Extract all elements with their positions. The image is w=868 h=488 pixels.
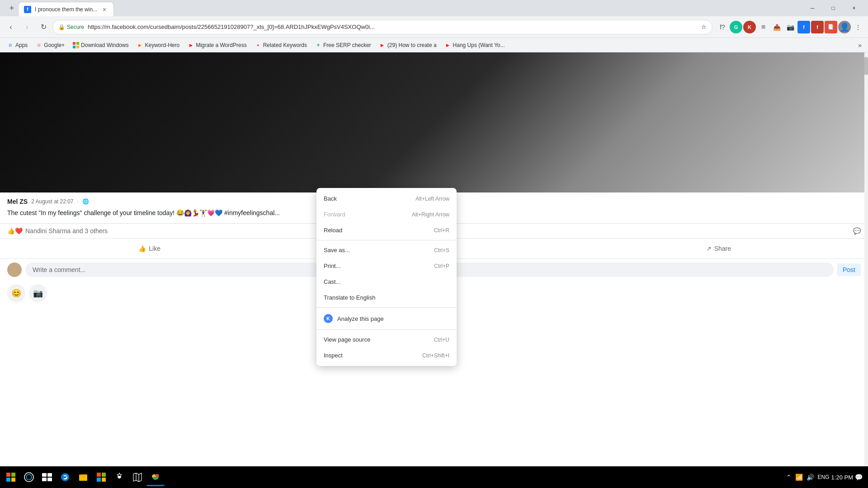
system-clock[interactable]: 1:20 PM [831, 474, 853, 481]
extension4-icon[interactable]: ⊞ [757, 21, 769, 33]
scrollbar-thumb[interactable] [864, 57, 868, 75]
svg-marker-22 [133, 473, 142, 482]
context-menu-print[interactable]: Print... Ctrl+P [316, 258, 457, 274]
bookmark-hang-ups[interactable]: ▶ Hang Ups (Want Yo... [441, 40, 509, 50]
more-bookmarks-button[interactable]: » [855, 40, 864, 51]
context-menu-inspect[interactable]: Inspect Ctrl+Shift+I [316, 347, 457, 363]
context-menu-divider-2 [316, 307, 457, 308]
post-comment-button[interactable]: Post [837, 263, 861, 276]
share-button[interactable]: ↗ Share [576, 241, 861, 256]
tab-favicon: f [24, 6, 31, 13]
svg-rect-7 [11, 478, 15, 482]
maps-taskbar-icon[interactable] [128, 468, 146, 486]
like-button[interactable]: 👍 Like [7, 241, 292, 256]
karma-icon[interactable]: K [743, 21, 756, 33]
svg-rect-5 [11, 473, 15, 477]
camera-button[interactable]: 📷 [29, 284, 47, 302]
serp-favicon: + [315, 42, 321, 48]
extensions-icon[interactable]: f? [716, 21, 729, 33]
back-button[interactable]: ‹ [4, 20, 18, 34]
context-menu-reload[interactable]: Reload Ctrl+R [316, 222, 457, 238]
facebook2-icon[interactable]: f [811, 21, 824, 33]
bookmark-apps[interactable]: ⊞ Apps [4, 40, 31, 50]
context-menu-analyze[interactable]: K Analyze this page [316, 310, 457, 328]
cortana-button[interactable] [20, 468, 38, 486]
context-menu-save[interactable]: Save as... Ctrl+S [316, 242, 457, 258]
inspect-shortcut: Ctrl+Shift+I [422, 352, 449, 359]
window-action-buttons: ─ □ × [802, 0, 864, 16]
migrate-favicon: ▶ [188, 42, 194, 48]
edge-taskbar-icon[interactable] [56, 468, 74, 486]
reactions-text: Nandini Sharma and 3 others [25, 227, 108, 235]
analyze-menu-label: Analyze this page [337, 315, 384, 322]
extension5-icon[interactable]: 📤 [770, 21, 783, 33]
bookmark-migrate-wordpress[interactable]: ▶ Migrate a WordPress [184, 40, 250, 50]
bookmark-googleplus[interactable]: G Google+ [32, 40, 68, 50]
maximize-button[interactable]: □ [823, 0, 844, 16]
bookmark-serp-label: Free SERP checker [323, 42, 371, 48]
secure-label: Secure [67, 24, 84, 30]
facebook-icon[interactable]: f [797, 21, 810, 33]
screenshot-icon[interactable]: 📷 [784, 21, 797, 33]
bookmark-serp-checker[interactable]: + Free SERP checker [311, 40, 375, 50]
bookmark-keyword-hero-label: Keyword-Hero [145, 42, 179, 48]
store-taskbar-icon[interactable] [92, 468, 110, 486]
address-text: https://m.facebook.com/cursedbaim/posts/… [88, 23, 698, 30]
svg-rect-14 [79, 474, 87, 481]
context-menu-cast[interactable]: Cast... [316, 274, 457, 290]
minimize-button[interactable]: ─ [802, 0, 823, 16]
forward-menu-label: Forward [324, 211, 345, 218]
scrollbar[interactable] [864, 52, 868, 466]
network-activity-icon[interactable]: ⌃ [786, 474, 792, 481]
tab-area: f I pronouce them the win... × [18, 0, 802, 16]
bookmark-star-icon[interactable]: ☆ [701, 23, 707, 30]
forward-shortcut: Alt+Right Arrow [412, 211, 449, 218]
profile-icon[interactable]: 👤 [838, 21, 851, 33]
context-menu-forward[interactable]: Forward Alt+Right Arrow [316, 206, 457, 222]
new-tab-button[interactable]: + [5, 2, 18, 14]
svg-point-9 [26, 474, 32, 480]
reload-button[interactable]: ↻ [36, 20, 51, 34]
active-tab[interactable]: f I pronouce them the win... × [18, 2, 114, 16]
karma-menu-icon: K [324, 314, 333, 323]
more-options-icon[interactable]: ⋮ [852, 21, 864, 33]
context-menu-view-source[interactable]: View page source Ctrl+U [316, 332, 457, 347]
explorer-taskbar-icon[interactable] [74, 468, 92, 486]
save-menu-label: Save as... [324, 247, 350, 253]
notifications-button[interactable]: 💬 [855, 474, 863, 481]
emoji-button[interactable]: 😊 [7, 284, 25, 302]
bookmark-icon[interactable]: 📑 [825, 21, 837, 33]
share-label: Share [714, 245, 731, 252]
context-menu-translate[interactable]: Translate to English [316, 290, 457, 305]
bookmark-related-keywords[interactable]: ● Related Keywords [251, 40, 311, 50]
chrome-taskbar-icon[interactable] [146, 468, 165, 486]
navigation-bar: ‹ › ↻ 🔒 Secure https://m.facebook.com/cu… [0, 16, 868, 38]
address-bar[interactable]: 🔒 Secure https://m.facebook.com/cursedba… [52, 20, 712, 34]
grammarly-icon[interactable]: G [730, 21, 742, 33]
bookmark-keyword-hero[interactable]: ▶ Keyword-Hero [133, 40, 183, 50]
svg-rect-11 [47, 473, 52, 477]
settings-taskbar-icon[interactable] [110, 468, 128, 486]
commenter-avatar [7, 263, 22, 277]
language-indicator[interactable]: ENG [818, 474, 830, 480]
view-source-shortcut: Ctrl+U [434, 337, 449, 343]
tab-close-button[interactable]: × [101, 6, 108, 13]
close-button[interactable]: × [844, 0, 864, 16]
volume-icon[interactable]: 🔊 [807, 474, 814, 481]
taskbar-right: ⌃ 📶 🔊 ENG 1:20 PM 💬 [786, 474, 866, 481]
post-time: 2 August at 22:07 [31, 198, 73, 205]
author-name: Mel ZS [7, 198, 28, 205]
hang-ups-favicon: ▶ [445, 42, 451, 48]
windows-favicon [73, 42, 79, 48]
nav-icons: f? G K ⊞ 📤 📷 f f 📑 👤 ⋮ [716, 21, 864, 33]
svg-rect-20 [102, 478, 106, 482]
post-image-placeholder [0, 52, 868, 192]
bookmark-how-to-create[interactable]: ▶ (29) How to create a [376, 40, 440, 50]
forward-button[interactable]: › [20, 20, 34, 34]
task-view-button[interactable] [38, 468, 56, 486]
svg-rect-6 [6, 478, 10, 482]
svg-rect-19 [97, 478, 101, 482]
bookmark-download-windows[interactable]: Download Windows [69, 40, 132, 50]
start-button[interactable] [2, 468, 20, 486]
context-menu-back[interactable]: Back Alt+Left Arrow [316, 191, 457, 206]
